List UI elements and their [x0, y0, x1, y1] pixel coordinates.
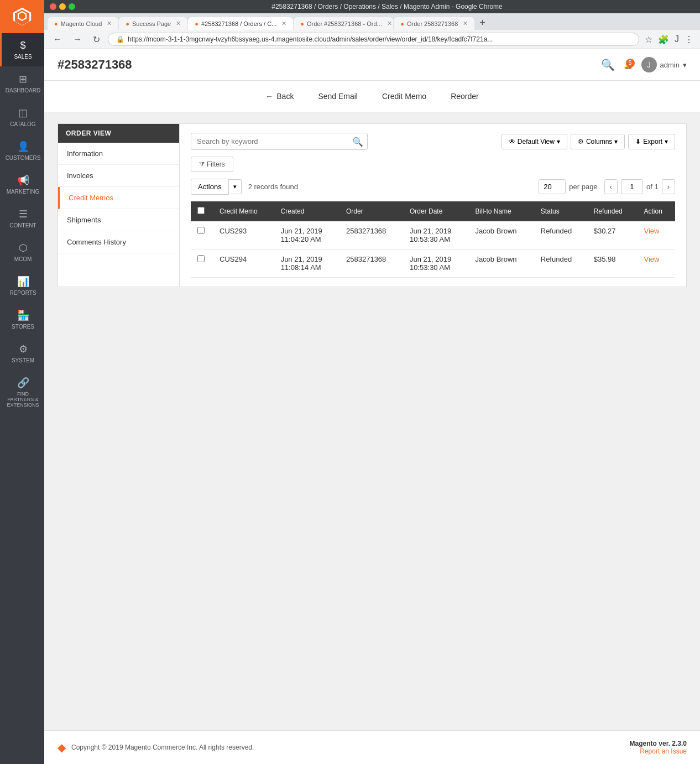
- actions-button[interactable]: Actions: [191, 179, 229, 195]
- row-checkbox[interactable]: [197, 227, 205, 234]
- export-button[interactable]: ⬇ Export ▾: [628, 134, 675, 149]
- marketing-icon: 📢: [17, 174, 29, 186]
- window-min-btn[interactable]: [59, 3, 66, 10]
- extensions-icon[interactable]: 🧩: [657, 33, 670, 46]
- table-row: CUS293 Jun 21, 2019 11:04:20 AM 25832713…: [191, 221, 675, 250]
- window-max-btn[interactable]: [69, 3, 75, 10]
- row-checkbox-cell: [191, 250, 213, 278]
- sidebar-item-content[interactable]: ☰ CONTENT: [0, 201, 44, 235]
- lock-icon: 🔒: [116, 35, 124, 43]
- forward-nav-button[interactable]: →: [70, 33, 85, 45]
- prev-page-button[interactable]: ‹: [604, 179, 618, 194]
- window-close-btn[interactable]: [50, 3, 56, 10]
- row-created: Jun 21, 2019 11:04:20 AM: [274, 221, 339, 250]
- order-card: ORDER VIEW Information Invoices Credit M…: [58, 123, 687, 287]
- url-text: https://mcom-3-1-1-3mgcnwy-tvzyh6bssyaeg…: [128, 35, 631, 43]
- table-header-status: Status: [534, 201, 587, 221]
- tab-5[interactable]: ● Order 2583271368 ✕: [394, 17, 474, 30]
- table-header-order: Order: [339, 201, 403, 221]
- actions-caret-button[interactable]: ▾: [229, 179, 242, 194]
- columns-button[interactable]: ⚙ Columns ▾: [571, 134, 625, 149]
- sidebar: $ SALES ⊞ DASHBOARD ◫ CATALOG 👤 CUSTOMER…: [0, 0, 44, 764]
- sidebar-item-mcom[interactable]: ⬡ MCOM: [0, 235, 44, 269]
- per-page-wrap: 20 30 50 per page: [539, 179, 597, 194]
- select-all-checkbox[interactable]: [197, 207, 205, 214]
- actions-dropdown: Actions ▾: [191, 179, 242, 195]
- row-checkbox[interactable]: [197, 255, 205, 262]
- nav-item-credit-memos[interactable]: Credit Memos: [58, 187, 179, 209]
- new-tab-button[interactable]: +: [475, 16, 490, 30]
- search-input[interactable]: [191, 133, 368, 150]
- sidebar-item-marketing[interactable]: 📢 MARKETING: [0, 168, 44, 201]
- sidebar-item-find-partners[interactable]: 🔗 FIND PARTNERS & EXTENSIONS: [0, 370, 44, 414]
- sidebar-item-customers[interactable]: 👤 CUSTOMERS: [0, 134, 44, 168]
- order-nav: ORDER VIEW Information Invoices Credit M…: [58, 124, 180, 287]
- notification-bell[interactable]: 🔔 5: [624, 61, 633, 69]
- bookmark-icon[interactable]: ☆: [644, 33, 654, 46]
- tab-1[interactable]: ● Magento Cloud ✕: [48, 17, 118, 30]
- next-page-button[interactable]: ›: [662, 179, 675, 194]
- footer: ◆ Copyright © 2019 Magento Commerce Inc.…: [44, 730, 700, 764]
- default-view-button[interactable]: 👁 Default View ▾: [502, 134, 567, 149]
- search-magnifier-icon[interactable]: 🔍: [352, 136, 363, 147]
- content-area: ORDER VIEW Information Invoices Credit M…: [44, 112, 700, 730]
- address-bar[interactable]: 🔒 https://mcom-3-1-1-3mgcnwy-tvzyh6bssya…: [108, 33, 639, 46]
- footer-logo-icon: ◆: [58, 741, 66, 754]
- table-row: CUS294 Jun 21, 2019 11:08:14 AM 25832713…: [191, 250, 675, 278]
- reorder-button[interactable]: Reorder: [445, 89, 484, 104]
- filters-row: ⧩ Filters: [191, 157, 675, 172]
- reload-button[interactable]: ↻: [90, 33, 103, 46]
- back-nav-button[interactable]: ←: [50, 33, 65, 45]
- sidebar-logo[interactable]: [0, 0, 44, 33]
- nav-item-invoices[interactable]: Invoices: [58, 165, 179, 187]
- page-input[interactable]: [621, 179, 643, 194]
- admin-avatar: J: [641, 57, 657, 72]
- nav-item-comments-history[interactable]: Comments History: [58, 231, 179, 253]
- filters-button[interactable]: ⧩ Filters: [191, 157, 233, 172]
- row-action: View: [637, 221, 675, 250]
- table-header-checkbox: [191, 201, 213, 221]
- tab-2-close[interactable]: ✕: [176, 20, 181, 27]
- send-email-button[interactable]: Send Email: [312, 89, 363, 104]
- sales-icon: $: [20, 40, 25, 51]
- tab-1-close[interactable]: ✕: [107, 20, 112, 27]
- back-button[interactable]: ← Back: [260, 89, 299, 104]
- user-profile-icon[interactable]: J: [673, 33, 680, 45]
- tab-5-close[interactable]: ✕: [463, 20, 468, 27]
- dashboard-icon: ⊞: [19, 73, 27, 85]
- tab-4[interactable]: ● Order #2583271368 - Ord... ✕: [294, 17, 393, 30]
- sidebar-item-stores[interactable]: 🏪 STORES: [0, 303, 44, 336]
- tab-2[interactable]: ● Success Page ✕: [119, 17, 187, 30]
- magento-version-label: Magento ver. 2.3.0: [630, 740, 687, 747]
- row-view-link[interactable]: View: [644, 227, 659, 235]
- search-input-wrap: 🔍: [191, 133, 368, 150]
- reports-icon: 📊: [17, 276, 29, 288]
- credit-memo-button[interactable]: Credit Memo: [377, 89, 432, 104]
- table-header-bill-to-name: Bill-to Name: [468, 201, 534, 221]
- system-icon: ⚙: [19, 343, 28, 355]
- tab-3-close[interactable]: ✕: [281, 20, 286, 27]
- per-page-select[interactable]: 20 30 50: [539, 179, 566, 194]
- sidebar-item-dashboard[interactable]: ⊞ DASHBOARD: [0, 66, 44, 100]
- search-icon[interactable]: 🔍: [601, 58, 615, 71]
- row-credit-memo: CUS293: [213, 221, 274, 250]
- row-view-link[interactable]: View: [644, 255, 659, 263]
- notification-count: 5: [626, 59, 635, 67]
- content-icon: ☰: [19, 208, 28, 220]
- sidebar-item-sales[interactable]: $ SALES: [0, 33, 44, 66]
- admin-user-menu[interactable]: J admin ▾: [641, 57, 687, 72]
- sidebar-item-system[interactable]: ⚙ SYSTEM: [0, 336, 44, 370]
- export-icon: ⬇: [635, 138, 641, 145]
- table-header-refunded: Refunded: [587, 201, 638, 221]
- nav-item-information[interactable]: Information: [58, 143, 179, 165]
- admin-dropdown-icon: ▾: [683, 61, 687, 69]
- menu-icon[interactable]: ⋮: [683, 33, 694, 46]
- footer-left: ◆ Copyright © 2019 Magento Commerce Inc.…: [58, 741, 254, 754]
- row-order-date: Jun 21, 2019 10:53:30 AM: [403, 250, 468, 278]
- nav-item-shipments[interactable]: Shipments: [58, 209, 179, 231]
- sidebar-item-reports[interactable]: 📊 REPORTS: [0, 269, 44, 303]
- tab-4-close[interactable]: ✕: [387, 20, 392, 27]
- report-issue-link[interactable]: Report an Issue: [640, 747, 687, 755]
- sidebar-item-catalog[interactable]: ◫ CATALOG: [0, 100, 44, 134]
- tab-3-active[interactable]: ● #2583271368 / Orders / C... ✕: [188, 17, 293, 30]
